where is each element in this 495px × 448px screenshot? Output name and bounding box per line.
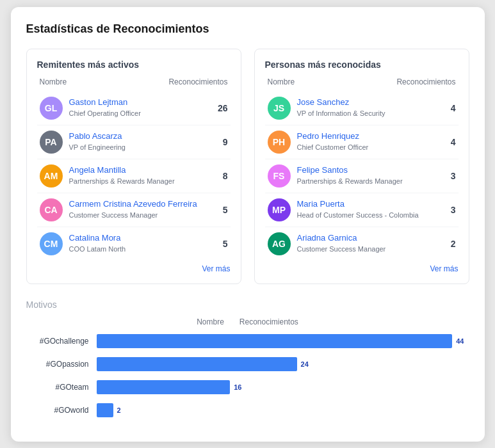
person-role: Customer Success Manager <box>69 211 158 219</box>
left-col-reconocimientos: Reconocimientos <box>168 77 227 86</box>
person-name[interactable]: Carmem Cristina Azevedo Ferreira <box>69 199 213 209</box>
right-ver-mas[interactable]: Ver más <box>430 264 458 273</box>
person-count: 5 <box>213 205 228 215</box>
bar-container: 44 <box>97 334 464 348</box>
person-name[interactable]: Angela Mantilla <box>69 165 213 175</box>
motivos-section: Motivos Nombre Reconocimientos #GOchalle… <box>26 300 469 417</box>
top-section: Remitentes más activos Nombre Reconocimi… <box>26 49 469 284</box>
left-panel: Remitentes más activos Nombre Reconocimi… <box>26 49 241 284</box>
table-row: MP Maria Puerta Head of Customer Success… <box>265 193 458 227</box>
right-panel: Personas más reconocidas Nombre Reconoci… <box>254 49 469 284</box>
avatar: PH <box>268 131 291 154</box>
person-info: Ariadna Garnica Customer Success Manager <box>297 233 441 254</box>
person-info: Felipe Santos Partnerships & Rewards Man… <box>297 165 441 186</box>
bar <box>97 357 297 371</box>
table-row: CM Catalina Mora COO Latam North 5 <box>37 227 231 260</box>
chart-label: #GOworld <box>31 406 89 415</box>
person-name[interactable]: Pedro Henriquez <box>297 131 441 141</box>
avatar: MP <box>268 198 291 221</box>
bar-container: 2 <box>97 403 464 417</box>
person-info: Angela Mantilla Partnerships & Rewards M… <box>69 165 213 186</box>
avatar: CM <box>40 232 63 255</box>
bar-container: 24 <box>97 357 464 371</box>
table-row: GL Gaston Lejtman Chief Operating Office… <box>37 92 231 125</box>
person-info: Gaston Lejtman Chief Operating Officer <box>69 97 213 118</box>
chart-label: #GOteam <box>31 383 89 392</box>
right-panel-title: Personas más reconocidas <box>265 60 458 70</box>
avatar: GL <box>40 97 63 120</box>
person-name[interactable]: Jose Sanchez <box>297 97 441 107</box>
person-name[interactable]: Pablo Ascarza <box>69 131 213 141</box>
table-row: AG Ariadna Garnica Customer Success Mana… <box>265 227 458 260</box>
person-count: 9 <box>213 137 228 147</box>
chart-area: #GOchallenge 44 #GOpassion 24 #GOteam 16… <box>26 334 469 417</box>
person-role: Customer Success Manager <box>297 245 386 253</box>
person-count: 8 <box>213 171 228 181</box>
avatar: AM <box>40 164 63 188</box>
person-count: 3 <box>441 205 456 215</box>
right-col-headers: Nombre Reconocimientos <box>265 77 458 86</box>
avatar: CA <box>40 198 63 221</box>
chart-label: #GOchallenge <box>31 337 89 346</box>
person-role: Head of Customer Success - Colombia <box>297 211 419 219</box>
bar <box>97 334 453 348</box>
right-col-reconocimientos: Reconocimientos <box>396 77 455 86</box>
person-count: 2 <box>441 239 456 249</box>
person-name[interactable]: Gaston Lejtman <box>69 97 213 107</box>
table-row: PA Pablo Ascarza VP of Engineering 9 <box>37 125 231 159</box>
person-role: VP of Information & Security <box>297 109 385 117</box>
left-ver-mas[interactable]: Ver más <box>202 264 230 273</box>
table-row: JS Jose Sanchez VP of Information & Secu… <box>265 92 458 125</box>
avatar: JS <box>268 97 291 120</box>
person-role: VP of Engineering <box>69 143 126 151</box>
bar-container: 16 <box>97 380 464 394</box>
chart-row: #GOworld 2 <box>31 403 464 417</box>
person-info: Carmem Cristina Azevedo Ferreira Custome… <box>69 199 213 220</box>
person-info: Catalina Mora COO Latam North <box>69 233 213 254</box>
person-role: Chief Customer Officer <box>297 143 369 151</box>
person-count: 26 <box>213 103 228 113</box>
bar-value: 24 <box>301 360 309 368</box>
right-ver-mas-row: Ver más <box>265 260 458 273</box>
stats-card: Estadísticas de Reconocimientos Remitent… <box>11 7 485 442</box>
card-title: Estadísticas de Reconocimientos <box>26 22 469 36</box>
chart-row: #GOpassion 24 <box>31 357 464 371</box>
avatar: PA <box>40 131 63 154</box>
bar-value: 16 <box>234 383 241 391</box>
table-row: AM Angela Mantilla Partnerships & Reward… <box>37 159 231 193</box>
left-panel-title: Remitentes más activos <box>37 60 231 70</box>
table-row: PH Pedro Henriquez Chief Customer Office… <box>265 125 458 159</box>
chart-row: #GOchallenge 44 <box>31 334 464 348</box>
person-info: Pablo Ascarza VP of Engineering <box>69 131 213 152</box>
person-info: Maria Puerta Head of Customer Success - … <box>297 199 441 220</box>
bar <box>97 403 113 417</box>
left-col-headers: Nombre Reconocimientos <box>37 77 231 86</box>
avatar: AG <box>268 232 291 255</box>
motivos-title: Motivos <box>26 300 469 310</box>
person-name[interactable]: Ariadna Garnica <box>297 233 441 243</box>
person-name[interactable]: Felipe Santos <box>297 165 441 175</box>
person-info: Jose Sanchez VP of Information & Securit… <box>297 97 441 118</box>
bar <box>97 380 231 394</box>
left-people-list: GL Gaston Lejtman Chief Operating Office… <box>37 92 231 260</box>
bar-value: 2 <box>117 406 121 414</box>
person-name[interactable]: Maria Puerta <box>297 199 441 209</box>
person-count: 4 <box>441 103 456 113</box>
left-col-name: Nombre <box>40 77 67 86</box>
person-count: 4 <box>441 137 456 147</box>
person-count: 5 <box>213 239 228 249</box>
person-count: 3 <box>441 171 456 181</box>
chart-col-reconocimientos: Reconocimientos <box>239 317 298 326</box>
table-row: CA Carmem Cristina Azevedo Ferreira Cust… <box>37 193 231 227</box>
bar-value: 44 <box>456 337 464 345</box>
table-row: FS Felipe Santos Partnerships & Rewards … <box>265 159 458 193</box>
chart-row: #GOteam 16 <box>31 380 464 394</box>
person-role: Partnerships & Rewards Manager <box>297 177 403 185</box>
person-name[interactable]: Catalina Mora <box>69 233 213 243</box>
chart-headers: Nombre Reconocimientos <box>26 317 469 326</box>
avatar: FS <box>268 164 291 188</box>
right-col-name: Nombre <box>268 77 295 86</box>
left-ver-mas-row: Ver más <box>37 260 231 273</box>
chart-label: #GOpassion <box>31 360 89 369</box>
person-role: Partnerships & Rewards Manager <box>69 177 175 185</box>
